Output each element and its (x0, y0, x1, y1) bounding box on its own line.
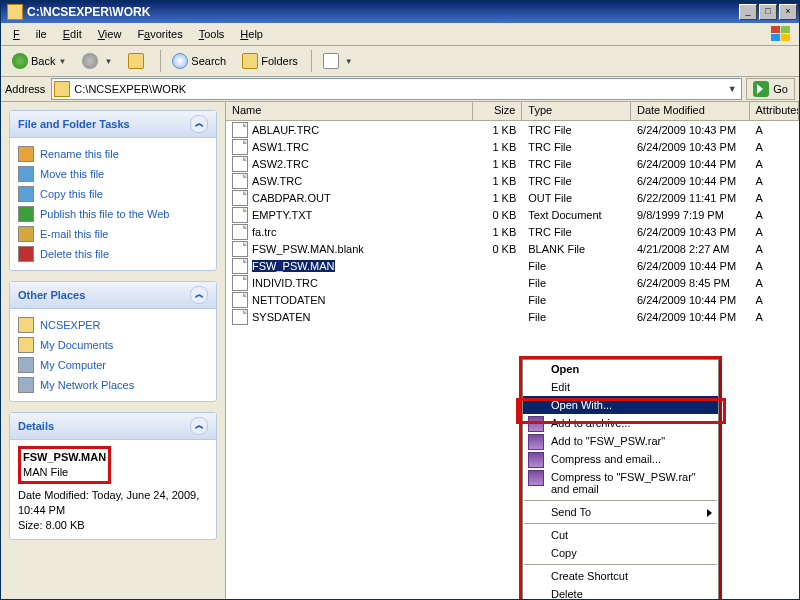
file-size (473, 299, 522, 301)
task-item[interactable]: Publish this file to the Web (18, 204, 208, 224)
menu-separator (524, 500, 717, 501)
task-item[interactable]: Copy this file (18, 184, 208, 204)
file-type: File (522, 310, 631, 324)
col-size[interactable]: Size (473, 102, 523, 120)
file-row[interactable]: ASW2.TRC1 KBTRC File6/24/2009 10:44 PMA (226, 155, 799, 172)
places-header[interactable]: Other Places ︽ (10, 282, 216, 309)
file-row[interactable]: ASW.TRC1 KBTRC File6/24/2009 10:44 PMA (226, 172, 799, 189)
separator (160, 50, 161, 72)
minimize-button[interactable]: _ (739, 4, 757, 20)
file-row[interactable]: INDIVID.TRCFile6/24/2009 8:45 PMA (226, 274, 799, 291)
file-attr: A (750, 259, 799, 273)
menu-item[interactable]: Send To (523, 503, 718, 521)
menu-item-label: Compress and email... (551, 453, 661, 465)
place-item[interactable]: My Computer (18, 355, 208, 375)
place-item[interactable]: My Documents (18, 335, 208, 355)
menu-item[interactable]: Create Shortcut (523, 567, 718, 585)
up-button[interactable] (121, 50, 154, 72)
menu-item-label: Send To (551, 506, 591, 518)
file-attr: A (750, 140, 799, 154)
menu-item[interactable]: Open With... (523, 396, 718, 414)
task-item[interactable]: Move this file (18, 164, 208, 184)
file-row[interactable]: NETTODATENFile6/24/2009 10:44 PMA (226, 291, 799, 308)
menu-item[interactable]: Cut (523, 526, 718, 544)
menu-tools[interactable]: Tools (191, 25, 233, 43)
file-attr: A (750, 208, 799, 222)
views-button[interactable]: ▼ (316, 50, 360, 72)
file-name: FSW_PSW.MAN (252, 260, 335, 272)
col-date[interactable]: Date Modified (631, 102, 750, 120)
menu-help[interactable]: Help (232, 25, 271, 43)
file-type: File (522, 276, 631, 290)
file-row[interactable]: fa.trc1 KBTRC File6/24/2009 10:43 PMA (226, 223, 799, 240)
place-label: My Computer (40, 359, 106, 371)
collapse-icon[interactable]: ︽ (190, 115, 208, 133)
task-icon (18, 186, 34, 202)
file-row[interactable]: FSW_PSW.MANFile6/24/2009 10:44 PMA (226, 257, 799, 274)
file-row[interactable]: SYSDATENFile6/24/2009 10:44 PMA (226, 308, 799, 325)
file-list: Name Size Type Date Modified Attributes … (226, 102, 799, 600)
file-size: 1 KB (473, 157, 522, 171)
search-button[interactable]: Search (165, 50, 233, 72)
file-row[interactable]: FSW_PSW.MAN.blank0 KBBLANK File4/21/2008… (226, 240, 799, 257)
go-icon (753, 81, 769, 97)
file-row[interactable]: ASW1.TRC1 KBTRC File6/24/2009 10:43 PMA (226, 138, 799, 155)
task-item[interactable]: E-mail this file (18, 224, 208, 244)
file-row[interactable]: ABLAUF.TRC1 KBTRC File6/24/2009 10:43 PM… (226, 121, 799, 138)
maximize-button[interactable]: □ (759, 4, 777, 20)
file-name: SYSDATEN (252, 311, 310, 323)
file-icon (232, 173, 248, 189)
col-type[interactable]: Type (522, 102, 631, 120)
forward-button[interactable]: ▼ (75, 50, 119, 72)
file-attr: A (750, 123, 799, 137)
menu-item[interactable]: Edit (523, 378, 718, 396)
details-header[interactable]: Details ︽ (10, 413, 216, 440)
file-name: EMPTY.TXT (252, 209, 312, 221)
title-bar: C:\NCSEXPER\WORK _ □ × (1, 1, 799, 23)
menu-item[interactable]: Copy (523, 544, 718, 562)
col-attr[interactable]: Attributes (750, 102, 799, 120)
place-icon (18, 337, 34, 353)
col-name[interactable]: Name (226, 102, 473, 120)
context-menu-highlight: OpenEditOpen With...Add to archive...Add… (519, 356, 722, 600)
address-path: C:\NCSEXPER\WORK (74, 83, 725, 95)
place-item[interactable]: NCSEXPER (18, 315, 208, 335)
menu-item[interactable]: Add to archive... (523, 414, 718, 432)
menu-favorites[interactable]: Favorites (129, 25, 190, 43)
menu-item[interactable]: Add to "FSW_PSW.rar" (523, 432, 718, 450)
place-label: My Documents (40, 339, 113, 351)
menu-item[interactable]: Compress and email... (523, 450, 718, 468)
file-row[interactable]: EMPTY.TXT0 KBText Document9/8/1999 7:19 … (226, 206, 799, 223)
file-size: 1 KB (473, 123, 522, 137)
up-icon (128, 53, 144, 69)
file-icon (232, 275, 248, 291)
place-item[interactable]: My Network Places (18, 375, 208, 395)
collapse-icon[interactable]: ︽ (190, 286, 208, 304)
close-button[interactable]: × (779, 4, 797, 20)
task-item[interactable]: Rename this file (18, 144, 208, 164)
back-button[interactable]: Back▼ (5, 50, 73, 72)
menu-item[interactable]: Open (523, 360, 718, 378)
menu-item-label: Edit (551, 381, 570, 393)
file-size (473, 316, 522, 318)
place-label: NCSEXPER (40, 319, 101, 331)
folders-button[interactable]: Folders (235, 50, 305, 72)
tasks-header[interactable]: File and Folder Tasks ︽ (10, 111, 216, 138)
address-input[interactable]: C:\NCSEXPER\WORK ▼ (51, 78, 742, 100)
windows-logo-icon (767, 25, 795, 43)
file-size: 1 KB (473, 225, 522, 239)
menu-item[interactable]: Compress to "FSW_PSW.rar" and email (523, 468, 718, 498)
file-icon (232, 207, 248, 223)
menu-edit[interactable]: Edit (55, 25, 90, 43)
menu-item[interactable]: Delete (523, 585, 718, 600)
file-row[interactable]: CABDPAR.OUT1 KBOUT File6/22/2009 11:41 P… (226, 189, 799, 206)
collapse-icon[interactable]: ︽ (190, 417, 208, 435)
task-item[interactable]: Delete this file (18, 244, 208, 264)
address-dropdown-icon[interactable]: ▼ (725, 84, 739, 94)
file-attr: A (750, 242, 799, 256)
svg-rect-2 (771, 34, 780, 41)
menu-file[interactable]: File (5, 25, 55, 43)
menu-view[interactable]: View (90, 25, 130, 43)
go-button[interactable]: Go (746, 78, 795, 100)
file-date: 6/24/2009 10:44 PM (631, 310, 750, 324)
